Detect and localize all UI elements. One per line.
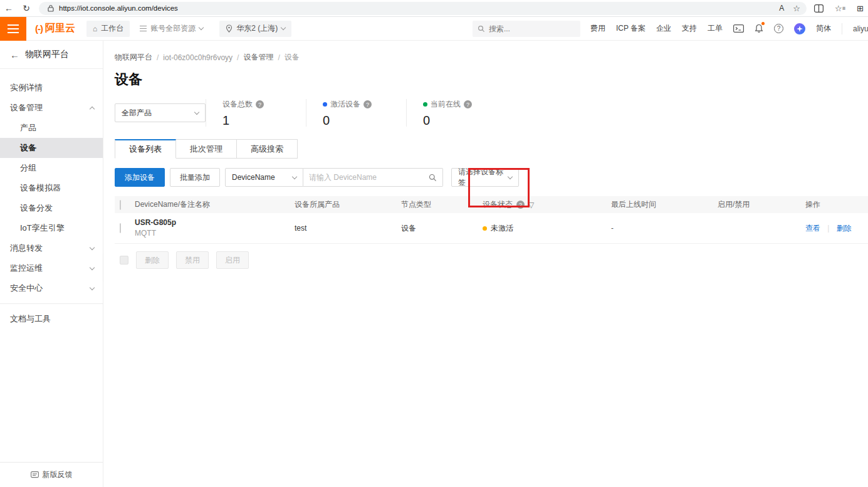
filter-funnel-icon[interactable]: ▽ [528, 201, 534, 209]
nav-link-support[interactable]: 支持 [682, 23, 697, 34]
breadcrumb-item[interactable]: iot-06z00c0h9r6voyy [163, 53, 233, 62]
sidebar-header: ← 物联网平台 [0, 41, 103, 69]
add-device-button[interactable]: 添加设备 [115, 168, 165, 187]
breadcrumb: 物联网平台 / iot-06z00c0h9r6voyy / 设备管理 / 设备 [115, 52, 868, 63]
bulk-delete-button[interactable]: 删除 [136, 251, 169, 269]
address-bar[interactable]: https://iot.console.aliyun.com/devices A… [39, 2, 807, 15]
tab-bar: 设备列表 批次管理 高级搜索 [115, 139, 868, 159]
view-link[interactable]: 查看 [805, 224, 820, 233]
chevron-down-icon [90, 285, 95, 290]
favorites-bar-icon[interactable]: ☆≡ [835, 4, 845, 13]
browser-back-icon[interactable]: ← [0, 3, 18, 13]
sidebar-item-groups[interactable]: 分组 [0, 158, 103, 178]
sidebar-item-device-simulator[interactable]: 设备模拟器 [0, 178, 103, 198]
divider [842, 23, 842, 34]
table-row: USR-G805p MQTT test 设备 未激活 - 查看 | 删除 [115, 213, 868, 244]
select-all-checkbox[interactable] [120, 200, 121, 210]
read-aloud-icon[interactable]: A [779, 4, 784, 13]
intl-globe-icon[interactable] [794, 23, 805, 34]
bulk-action-bar: 删除 禁用 启用 [115, 251, 868, 269]
sidebar-item-docs-tools[interactable]: 文档与工具 [0, 309, 103, 329]
stat-online-devices: 当前在线? 0 [406, 99, 506, 127]
sidebar-item-devices[interactable]: 设备 [0, 138, 103, 158]
chevron-down-icon [199, 25, 204, 30]
tab-device-list[interactable]: 设备列表 [115, 139, 176, 159]
sidebar-item-monitoring-ops[interactable]: 监控运维 [0, 258, 103, 278]
sidebar-item-message-forwarding[interactable]: 消息转发 [0, 238, 103, 258]
column-header: 节点类型 [401, 199, 483, 210]
breadcrumb-item[interactable]: 物联网平台 [115, 52, 152, 63]
device-tag-select[interactable]: 请选择设备标签 [451, 168, 519, 187]
batch-add-button[interactable]: 批量添加 [170, 168, 220, 187]
aliyun-logo[interactable]: (-) 阿里云 [35, 22, 75, 35]
bulk-select-checkbox[interactable] [120, 256, 128, 264]
help-icon[interactable]: ? [363, 100, 372, 108]
column-header: 设备所属产品 [295, 199, 401, 210]
device-search-input[interactable] [309, 173, 429, 182]
notification-dot [761, 22, 765, 25]
split-screen-icon[interactable] [814, 4, 824, 13]
nav-link-billing[interactable]: 费用 [590, 23, 605, 34]
account-scope-dropdown[interactable]: 账号全部资源 [140, 23, 203, 34]
chevron-down-icon [90, 264, 95, 270]
feedback-button[interactable]: 新版反馈 [0, 462, 103, 487]
search-icon[interactable] [429, 174, 437, 182]
url-text: https://iot.console.aliyun.com/devices [59, 4, 178, 12]
status-dot-icon [483, 226, 487, 231]
workbench-button[interactable]: ⌂ 工作台 [86, 21, 130, 37]
divider: | [827, 224, 829, 233]
notifications-bell-icon[interactable] [755, 24, 763, 33]
help-icon[interactable]: ? [774, 24, 783, 33]
chevron-down-icon [194, 109, 199, 114]
stat-value: 0 [323, 114, 406, 127]
search-icon [478, 25, 485, 33]
back-arrow-icon[interactable]: ← [10, 50, 19, 60]
nav-link-icp[interactable]: ICP 备案 [616, 23, 646, 34]
sidebar: ← 物联网平台 实例详情 设备管理 产品 设备 分组 设备模拟器 设备分发 Io… [0, 41, 103, 487]
breadcrumb-item[interactable]: 设备管理 [243, 52, 273, 63]
favorite-star-icon[interactable]: ☆ [793, 4, 800, 13]
top-nav: (-) 阿里云 ⌂ 工作台 账号全部资源 华东2 (上海) 费用 ICP 备案 … [0, 17, 868, 41]
help-icon[interactable]: ? [464, 100, 472, 108]
account-username[interactable]: aliyun [853, 24, 868, 33]
console-search[interactable] [473, 21, 580, 37]
chevron-down-icon [90, 244, 95, 249]
sidebar-item-device-distribution[interactable]: 设备分发 [0, 198, 103, 218]
search-type-select[interactable]: DeviceName [225, 168, 303, 187]
help-icon[interactable]: ? [256, 100, 264, 108]
sidebar-title: 物联网平台 [25, 49, 69, 60]
tab-advanced-search[interactable]: 高级搜索 [237, 139, 298, 159]
sidebar-item-security-center[interactable]: 安全中心 [0, 278, 103, 298]
column-header: DeviceName/备注名称 [135, 199, 295, 210]
console-search-input[interactable] [489, 24, 570, 33]
blue-dot-icon [323, 102, 327, 107]
cloudshell-icon[interactable] [733, 24, 744, 33]
stat-value: 1 [222, 114, 306, 127]
stat-total-devices: 设备总数? 1 [206, 99, 306, 127]
green-dot-icon [423, 102, 427, 107]
delete-link[interactable]: 删除 [837, 224, 852, 233]
tab-batch-management[interactable]: 批次管理 [176, 139, 237, 159]
bulk-enable-button[interactable]: 启用 [216, 251, 249, 269]
browser-chrome: ← ↻ https://iot.console.aliyun.com/devic… [0, 0, 868, 17]
nav-link-tickets[interactable]: 工单 [708, 23, 723, 34]
chevron-down-icon [281, 25, 286, 30]
aliyun-logo-text: 阿里云 [45, 22, 75, 35]
hamburger-menu-icon[interactable] [0, 17, 26, 41]
region-selector[interactable]: 华东2 (上海) [219, 21, 291, 37]
row-checkbox[interactable] [120, 223, 121, 233]
collections-icon[interactable]: ⊞ [857, 4, 864, 13]
product-filter-select[interactable]: 全部产品 [115, 103, 206, 122]
nav-link-enterprise[interactable]: 企业 [656, 23, 671, 34]
column-header: 最后上线时间 [611, 199, 718, 210]
sidebar-item-products[interactable]: 产品 [0, 118, 103, 138]
bulk-disable-button[interactable]: 禁用 [176, 251, 209, 269]
sidebar-item-instance-details[interactable]: 实例详情 [0, 78, 103, 98]
help-icon[interactable]: ? [516, 201, 525, 209]
sidebar-item-iot-twin-engine[interactable]: IoT孪生引擎 [0, 218, 103, 238]
locale-switch[interactable]: 简体 [816, 23, 831, 34]
browser-refresh-icon[interactable]: ↻ [18, 3, 35, 13]
device-search-box [303, 168, 443, 187]
sidebar-item-device-management[interactable]: 设备管理 [0, 98, 103, 118]
device-name-link[interactable]: USR-G805p [135, 218, 295, 228]
